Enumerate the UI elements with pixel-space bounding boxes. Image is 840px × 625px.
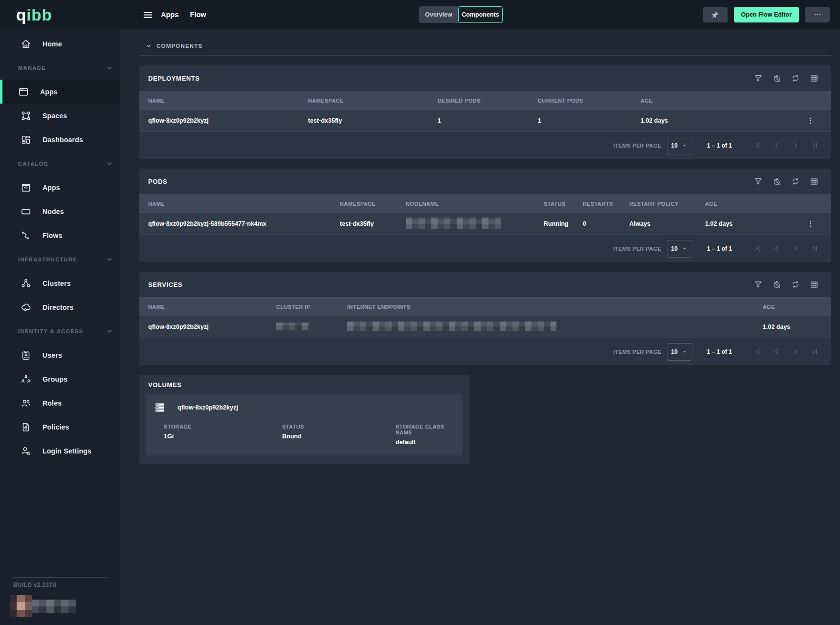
sidebar-item-policies[interactable]: Policies	[0, 415, 120, 439]
last-page-icon[interactable]	[811, 142, 818, 149]
first-page-icon[interactable]	[754, 245, 761, 252]
hamburger-menu-icon[interactable]	[143, 10, 153, 20]
current-user[interactable]	[10, 595, 109, 617]
items-per-page-select[interactable]: 10	[667, 343, 692, 361]
col-internet-endpoints[interactable]: INTERNET ENDPOINTS	[347, 304, 763, 310]
refresh-icon[interactable]	[791, 74, 800, 83]
next-page-icon[interactable]	[792, 245, 799, 252]
sidebar-item-users[interactable]: Users	[0, 343, 120, 367]
topbar: Apps · Flow Overview Components Open Flo…	[120, 0, 840, 29]
pin-button[interactable]	[703, 7, 728, 22]
col-age[interactable]: AGE	[705, 201, 800, 207]
directors-icon	[21, 302, 31, 313]
col-name[interactable]: NAME	[148, 304, 276, 310]
prev-page-icon[interactable]	[773, 142, 780, 149]
sidebar-item-spaces[interactable]: Spaces	[0, 104, 120, 128]
sidebar-item-nodes[interactable]: Nodes	[0, 199, 120, 223]
sidebar-item-home[interactable]: Home	[0, 32, 120, 56]
sidebar-item-label: Home	[43, 40, 62, 48]
sidebar-section-catalog[interactable]: CATALOG	[0, 151, 120, 175]
sidebar-item-catalog-apps[interactable]: Apps	[0, 175, 120, 199]
sidebar-item-dashboards[interactable]: Dashboards	[0, 128, 120, 151]
breadcrumb-apps[interactable]: Apps	[161, 11, 178, 19]
pods-table-header: NAME NAMESPACE NODENAME STATUS RESTARTS …	[139, 194, 831, 213]
items-per-page-select[interactable]: 10	[667, 240, 692, 258]
col-status[interactable]: STATUS	[544, 201, 583, 207]
section-divider	[139, 55, 831, 56]
col-nodename[interactable]: NODENAME	[406, 201, 544, 207]
tab-overview[interactable]: Overview	[419, 6, 458, 23]
volume-storage-class: STORAGE CLASS NAME default	[396, 424, 455, 446]
col-namespace[interactable]: NAMESPACE	[340, 201, 406, 207]
col-age[interactable]: AGE	[763, 304, 821, 310]
pods-card: PODS NAME NAMESPACE NODENAME STATUS REST…	[139, 169, 831, 262]
pods-toolbar	[754, 177, 818, 186]
tab-components[interactable]: Components	[458, 6, 503, 23]
auto-refresh-off-icon[interactable]	[773, 74, 781, 83]
last-page-icon[interactable]	[811, 245, 818, 252]
sidebar-item-label: Flows	[43, 232, 63, 239]
section-label: IDENTITY & ACCESS	[18, 328, 83, 334]
components-section-toggle[interactable]: COMPONENTS	[139, 40, 831, 52]
columns-icon[interactable]	[810, 177, 818, 186]
sidebar-item-apps[interactable]: Apps	[0, 80, 120, 104]
col-name[interactable]: NAME	[148, 201, 340, 207]
last-page-icon[interactable]	[811, 348, 818, 355]
sidebar-item-label: Dashboards	[43, 136, 83, 144]
col-restart-policy[interactable]: RESTART POLICY	[629, 201, 705, 207]
pod-name: qflow-8xz0p92b2kyzj-589b555477-nk4mx	[148, 220, 340, 227]
services-table-header: NAME CLUSTER IP INTERNET ENDPOINTS AGE	[139, 297, 831, 316]
prev-page-icon[interactable]	[773, 245, 780, 252]
filter-icon[interactable]	[754, 280, 763, 289]
col-current-pods[interactable]: CURRENT PODS	[538, 98, 641, 104]
groups-icon	[21, 374, 31, 385]
col-cluster-ip[interactable]: CLUSTER IP	[276, 304, 347, 310]
volume-details: STORAGE 1Gi STATUS Bound STORAGE CLASS N…	[154, 424, 455, 446]
more-button[interactable]	[805, 7, 830, 22]
section-label: CATALOG	[18, 161, 49, 167]
col-desired-pods[interactable]: DESIRED PODS	[438, 98, 538, 104]
first-page-icon[interactable]	[754, 348, 761, 355]
section-label: MANAGE	[18, 65, 46, 71]
sidebar-item-roles[interactable]: Roles	[0, 391, 120, 415]
volume-item[interactable]: qflow-8xz0p92b2kyzj STORAGE 1Gi STATUS B…	[146, 394, 463, 455]
sidebar-section-infrastructure[interactable]: INFRASTRUCTURE	[0, 247, 120, 271]
filter-icon[interactable]	[754, 177, 763, 186]
sidebar-item-directors[interactable]: Directors	[0, 295, 120, 319]
sidebar-item-label: Apps	[40, 88, 58, 96]
sidebar-item-clusters[interactable]: Clusters	[0, 271, 120, 295]
col-namespace[interactable]: NAMESPACE	[308, 98, 438, 104]
sidebar-item-flows[interactable]: Flows	[0, 223, 120, 247]
deployment-desired-pods: 1	[438, 117, 538, 124]
auto-refresh-off-icon[interactable]	[773, 177, 781, 186]
col-restarts[interactable]: RESTARTS	[583, 201, 629, 207]
row-menu-icon[interactable]	[806, 219, 815, 228]
col-name[interactable]: NAME	[148, 98, 308, 104]
storage-value: 1Gi	[164, 433, 282, 440]
sidebar-section-identity[interactable]: IDENTITY & ACCESS	[0, 319, 120, 343]
prev-page-icon[interactable]	[773, 348, 780, 355]
columns-icon[interactable]	[810, 280, 818, 289]
next-page-icon[interactable]	[792, 142, 799, 149]
items-per-page-select[interactable]: 10	[667, 137, 692, 154]
table-row[interactable]: qflow-8xz0p92b2kyzj 1.02 days	[139, 316, 831, 338]
flows-icon	[21, 230, 31, 241]
sidebar-section-manage[interactable]: MANAGE	[0, 56, 120, 80]
col-age[interactable]: AGE	[641, 98, 800, 104]
refresh-icon[interactable]	[791, 177, 800, 186]
table-row[interactable]: qflow-8xz0p92b2kyzj test-dx35fiy 1 1 1.0…	[139, 110, 831, 132]
auto-refresh-off-icon[interactable]	[773, 280, 781, 289]
breadcrumb-separator: ·	[183, 12, 185, 18]
refresh-icon[interactable]	[791, 280, 800, 289]
first-page-icon[interactable]	[754, 142, 761, 149]
more-icon	[813, 10, 822, 19]
columns-icon[interactable]	[810, 74, 818, 83]
qibb-logo[interactable]: qibb	[16, 7, 52, 23]
row-menu-icon[interactable]	[806, 116, 815, 125]
sidebar-item-groups[interactable]: Groups	[0, 367, 120, 391]
filter-icon[interactable]	[754, 74, 763, 83]
table-row[interactable]: qflow-8xz0p92b2kyzj-589b555477-nk4mx tes…	[139, 213, 831, 235]
open-flow-editor-button[interactable]: Open Flow Editor	[734, 7, 799, 22]
sidebar-item-login-settings[interactable]: Login Settings	[0, 439, 120, 463]
next-page-icon[interactable]	[792, 348, 799, 355]
